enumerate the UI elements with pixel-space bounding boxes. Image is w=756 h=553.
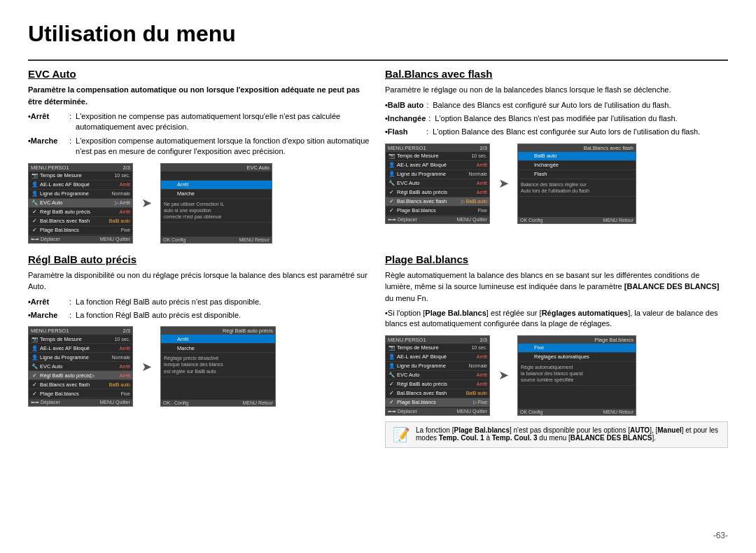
regl-balb-title: Régl BalB auto précis [28,253,371,265]
bb-screen-left: MENU.PERSO12/3 📷Temps de Mesure10 sec. 👤… [385,144,490,224]
plage-desc: Règle automatiquement la balance des bla… [385,270,728,304]
plage-title: Plage Bal.blancs [385,253,728,265]
top-two-col: EVC Auto Paramètre la compensation autom… [28,68,728,244]
rb-marche-label: •Marche [28,310,66,321]
regl-balb-desc: Paramètre la disponibilité ou non du rég… [28,270,371,293]
page-container: Utilisation du menu EVC Auto Paramètre l… [0,0,756,462]
rb-screen-right-wrap: Régl BalB auto précis Arrêt Marche Régla… [160,326,276,407]
evc-screen-right-wrap: EVC Auto Arrêt Marche Ne pas utiliser Co… [160,163,272,244]
evc-auto-section: EVC Auto Paramètre la compensation autom… [28,68,371,244]
rb-arret-text: La fonction Régl BalB auto précis n'est … [76,297,371,307]
bb-arrow: ➤ [498,176,509,191]
regl-balb-section: Régl BalB auto précis Paramètre la dispo… [28,253,371,448]
evc-arret-text: L'exposition ne compense pas automatique… [76,111,371,133]
page-title: Utilisation du menu [28,21,728,47]
note-text: La fonction [Plage Bal.blancs] n'est pas… [416,426,720,443]
evc-screen-right: EVC Auto Arrêt Marche Ne pas utiliser Co… [160,163,272,244]
evc-marche-label: •Marche [28,136,66,158]
plage-screen-right-wrap: Plage Bal.blancs Fixe Réglages automatiq… [517,335,636,416]
rb-arret-label: •Arrêt [28,297,66,307]
bb-screen-right: Bal.Blancs avec flash BalB auto Inchangé… [517,144,636,224]
evc-screens-row: MENU.PERSO12/3 📷Temps de Mesure10 sec. 👤… [28,163,371,244]
note-icon: 📝 [393,426,410,443]
rb-marche-item: •Marche : La fonction Régl BalB auto pré… [28,310,371,321]
title-divider [28,59,728,61]
bb-inchangee-text: L'option Balance des Blancs n'est pas mo… [435,113,728,124]
evc-marche-text: L'exposition compense automatiquement lo… [76,136,371,158]
evc-screen-left: MENU.PERSO12/3 📷Temps de Mesure10 sec. 👤… [28,163,133,244]
rb-screen-left: MENU.PERSO12/3 📷Temps de Mesure10 sec. 👤… [28,326,133,407]
bb-flash-label: •Flash [385,127,424,137]
bal-blancs-desc: Paramètre le réglage ou non de la balanc… [385,84,728,96]
rb-marche-text: La fonction Régl BalB auto précis est di… [76,310,371,321]
bb-flash-item: •Flash : L'option Balance des Blanc est … [385,127,728,137]
evc-arret-label: •Arrêt [28,111,66,133]
rb-arrow: ➤ [141,359,152,374]
evc-arret-item: •Arrêt : L'exposition ne compense pas au… [28,111,371,133]
bb-balb-label: •BalB auto [385,100,424,111]
rb-screen-right: Régl BalB auto précis Arrêt Marche Régla… [160,326,276,407]
bb-balb-item: •BalB auto : Balance des Blancs est conf… [385,100,728,111]
note-box: 📝 La fonction [Plage Bal.blancs] n'est p… [385,421,728,448]
rb-screens-row: MENU.PERSO12/3 📷Temps de Mesure10 sec. 👤… [28,326,371,407]
plage-arrow: ➤ [498,368,509,383]
bb-screen-right-wrap: Bal.Blancs avec flash BalB auto Inchangé… [517,144,636,224]
rb-arret-item: •Arrêt : La fonction Régl BalB auto préc… [28,297,371,307]
plage-screen-left: MENU.PERSO12/3 📷Temps de Mesure10 sec. 👤… [385,335,490,416]
plage-screens-row: MENU.PERSO12/3 📷Temps de Mesure10 sec. 👤… [385,335,728,416]
evc-auto-desc: Paramètre la compensation automatique ou… [28,84,371,107]
plage-bullet: •Si l'option [Plage Bal.blancs] est régl… [385,308,728,330]
plage-section: Plage Bal.blancs Règle automatiquement l… [385,253,728,448]
evc-auto-title: EVC Auto [28,68,371,80]
bal-blancs-title: Bal.Blancs avec flash [385,68,728,80]
bb-inchangee-item: •Inchangée : L'option Balance des Blancs… [385,113,728,124]
bb-inchangee-label: •Inchangée [385,113,426,124]
bottom-two-col: Régl BalB auto précis Paramètre la dispo… [28,253,728,448]
bal-blancs-section: Bal.Blancs avec flash Paramètre le régla… [385,68,728,244]
evc-arrow: ➤ [141,195,152,211]
evc-marche-item: •Marche : L'exposition compense automati… [28,136,371,158]
plage-screen-right: Plage Bal.blancs Fixe Réglages automatiq… [517,335,636,416]
bb-balb-text: Balance des Blancs est configuré sur Aut… [433,100,728,111]
page-number: -63- [713,531,728,540]
bb-flash-text: L'option Balance des Blanc est configuré… [433,127,728,137]
bb-screens-row: MENU.PERSO12/3 📷Temps de Mesure10 sec. 👤… [385,144,728,224]
